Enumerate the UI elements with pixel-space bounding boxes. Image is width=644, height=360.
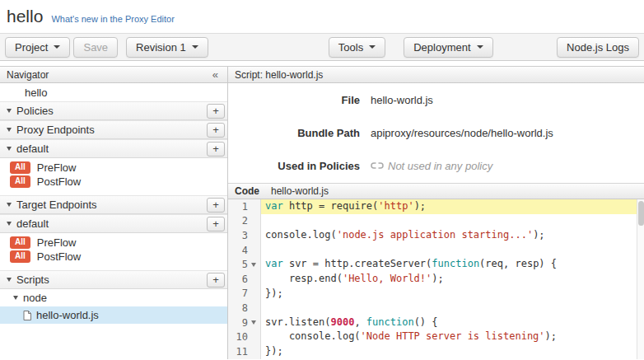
navigator-panel: Navigator « hello Policies + Proxy Endpo… (0, 67, 228, 359)
code-gutter: 1234567891011 (228, 199, 261, 359)
flow-label: PostFlow (37, 175, 81, 188)
code-lines: var http = require('http'); console.log(… (261, 199, 644, 359)
used-in-policies-field-row: Used in Policies Not used in any policy (228, 158, 644, 173)
flow-label: PostFlow (37, 250, 81, 263)
target-endpoint-default[interactable]: default + (0, 214, 227, 233)
bundle-path-label: Bundle Path (228, 127, 360, 139)
code-line[interactable] (261, 301, 644, 316)
add-policy-button[interactable]: + (207, 104, 225, 119)
used-in-policies-value: Not used in any policy (388, 160, 492, 172)
caret-down-icon (13, 296, 18, 300)
caret-down-icon (7, 147, 12, 151)
save-button-label: Save (83, 41, 108, 54)
line-number: 11 (228, 346, 248, 358)
scrollbar-thumb[interactable] (638, 201, 644, 226)
line-number: 8 (228, 302, 248, 314)
add-proxy-flow-button[interactable]: + (207, 142, 225, 157)
caret-down-icon (7, 203, 12, 207)
deployment-dropdown[interactable]: Deployment (404, 37, 492, 58)
code-line[interactable]: console.log('Node HTTP server is listeni… (261, 330, 644, 344)
section-policies[interactable]: Policies + (0, 101, 227, 120)
code-line[interactable]: resp.end('Hello, World!'); (261, 272, 644, 287)
script-detail-panel: Script: hello-world.js File hello-world.… (228, 67, 644, 359)
bundle-path-value: apiproxy/resources/node/hello-world.js (371, 127, 553, 139)
gutter-row: 1 (228, 199, 260, 214)
navigator-header: Navigator « (0, 67, 227, 83)
proxy-flow-group: All PreFlow All PostFlow (0, 158, 227, 195)
add-proxy-endpoint-button[interactable]: + (207, 123, 225, 138)
code-editor[interactable]: 1234567891011 var http = require('http')… (228, 199, 644, 359)
bundle-path-field-row: Bundle Path apiproxy/resources/node/hell… (228, 125, 644, 140)
code-line[interactable]: }); (261, 287, 644, 302)
caret-down-icon (54, 45, 60, 49)
scripts-node-folder[interactable]: node (0, 289, 227, 306)
code-line[interactable]: console.log('node.js application startin… (261, 228, 644, 243)
fold-arrow-icon[interactable] (251, 320, 256, 325)
proxy-preflow-item[interactable]: All PreFlow (0, 161, 227, 175)
section-proxy-endpoints[interactable]: Proxy Endpoints + (0, 120, 227, 139)
main-area: Navigator « hello Policies + Proxy Endpo… (0, 66, 644, 359)
tools-dropdown-label: Tools (338, 41, 363, 54)
endpoint-label: default (16, 217, 49, 230)
code-line[interactable] (261, 214, 644, 229)
app-header: hello What's new in the Proxy Editor (0, 0, 644, 33)
add-target-endpoint-button[interactable]: + (207, 198, 225, 213)
section-scripts[interactable]: Scripts + (0, 270, 227, 289)
project-dropdown[interactable]: Project (5, 37, 70, 58)
revision-dropdown-label: Revision 1 (136, 41, 186, 54)
code-line[interactable]: svr.listen(9000, function() { (261, 316, 644, 330)
tree-item-hello[interactable]: hello (0, 83, 227, 101)
section-label: Target Endpoints (16, 199, 97, 211)
used-in-policies-value-wrap: Not used in any policy (371, 160, 492, 172)
script-file-item-selected[interactable]: hello-world.js (0, 306, 227, 324)
tools-dropdown[interactable]: Tools (329, 37, 385, 58)
line-number: 6 (228, 274, 248, 285)
save-button[interactable]: Save (73, 37, 118, 58)
nodejs-logs-button[interactable]: Node.js Logs (557, 37, 639, 58)
fold-arrow-icon[interactable] (251, 263, 256, 267)
all-conditions-badge: All (10, 250, 30, 263)
proxy-endpoint-default[interactable]: default + (0, 139, 227, 158)
section-label: Policies (16, 105, 54, 117)
endpoint-label: default (16, 143, 49, 155)
code-filename: hello-world.js (271, 185, 329, 197)
target-preflow-item[interactable]: All PreFlow (0, 236, 227, 250)
add-script-button[interactable]: + (207, 273, 225, 288)
line-number: 7 (228, 288, 248, 299)
file-field-row: File hello-world.js (228, 92, 644, 107)
caret-down-icon (7, 278, 12, 282)
code-line[interactable]: }); (261, 344, 644, 359)
code-line[interactable] (261, 243, 644, 258)
line-number: 5 (228, 259, 248, 270)
target-postflow-item[interactable]: All PostFlow (0, 250, 227, 264)
line-number: 10 (228, 331, 248, 343)
used-in-policies-label: Used in Policies (228, 160, 360, 172)
section-label: Proxy Endpoints (16, 124, 95, 136)
collapse-navigator-button[interactable]: « (210, 68, 221, 81)
gutter-row: 7 (228, 287, 260, 302)
code-tab: Code (235, 185, 259, 197)
gutter-row: 6 (228, 272, 260, 287)
add-target-flow-button[interactable]: + (207, 217, 225, 231)
proxy-postflow-item[interactable]: All PostFlow (0, 175, 227, 189)
editor-scrollbar[interactable] (637, 199, 644, 359)
project-dropdown-label: Project (15, 41, 48, 54)
script-panel-title: Script: hello-world.js (235, 69, 323, 81)
tree-item-label: hello (25, 86, 47, 99)
broken-link-icon (371, 161, 384, 170)
line-number: 3 (228, 230, 248, 241)
code-line[interactable]: var http = require('http'); (261, 199, 644, 214)
deployment-dropdown-label: Deployment (413, 41, 470, 54)
all-conditions-badge: All (10, 175, 30, 188)
caret-down-icon (192, 45, 198, 49)
caret-down-icon (477, 45, 483, 49)
gutter-row: 8 (228, 301, 260, 316)
revision-dropdown[interactable]: Revision 1 (126, 37, 208, 58)
target-flow-group: All PreFlow All PostFlow (0, 233, 227, 270)
gutter-row: 10 (228, 330, 260, 344)
code-line[interactable]: var svr = http.createServer(function(req… (261, 257, 644, 272)
flow-label: PreFlow (37, 236, 77, 249)
folder-label: node (23, 292, 47, 304)
section-target-endpoints[interactable]: Target Endpoints + (0, 195, 227, 214)
whats-new-link[interactable]: What's new in the Proxy Editor (51, 14, 174, 24)
